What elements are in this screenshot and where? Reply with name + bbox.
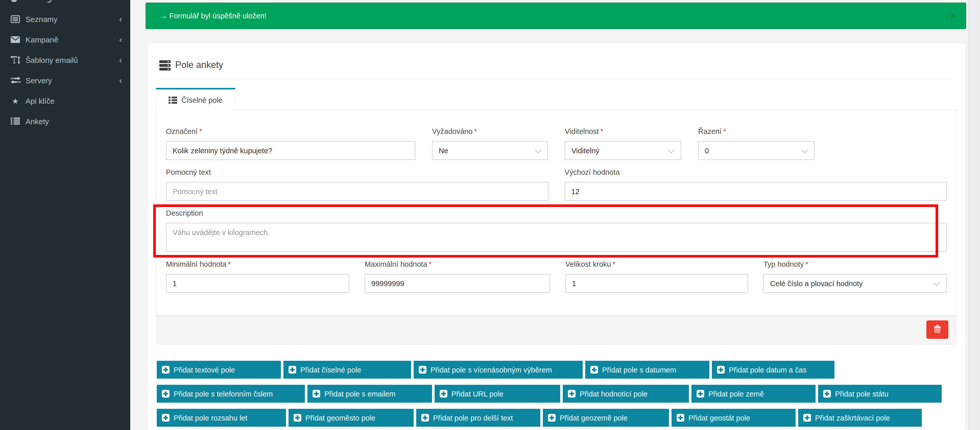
typ-hodnoty-select[interactable]: Celé číslo a plovací hodnoty bbox=[764, 274, 947, 293]
label-text: Vyžadováno bbox=[432, 127, 473, 135]
button-label: Přidat pole s datumem bbox=[602, 366, 676, 374]
minimalni-hodnota-input[interactable] bbox=[166, 274, 349, 293]
text-height-icon bbox=[10, 56, 21, 64]
button-label: Přidat geostát pole bbox=[689, 414, 750, 422]
selected-value: Ne bbox=[439, 147, 448, 154]
label-text: Maximální hodnota bbox=[364, 260, 427, 268]
maximalni-hodnota-input[interactable] bbox=[364, 274, 550, 293]
plus-square-icon bbox=[294, 414, 301, 422]
star-icon: ★ bbox=[10, 97, 21, 105]
chevron-left-icon: ‹ bbox=[119, 76, 122, 84]
add-zeme-button[interactable]: Přidat pole země bbox=[692, 385, 816, 403]
description-textarea[interactable]: Váhu uvádějte v kilogramech. bbox=[166, 223, 947, 252]
add-hodnotici-button[interactable]: Přidat hodnotící pole bbox=[563, 385, 689, 403]
plus-square-icon bbox=[162, 390, 170, 398]
required-marker: * bbox=[429, 260, 431, 268]
button-label: Přidat zaškrtávací pole bbox=[815, 414, 890, 422]
required-marker: * bbox=[199, 127, 202, 135]
survey-fields-panel: Pole ankety Číselné pole Označení* Vyžad… bbox=[148, 43, 965, 430]
sidebar-item-seznamy[interactable]: Seznamy ‹ bbox=[0, 9, 130, 29]
required-marker: * bbox=[723, 127, 726, 135]
add-geozeme-button[interactable]: Přidat geozemě pole bbox=[543, 409, 669, 427]
sidebar-item-ankety[interactable]: Ankety bbox=[0, 111, 130, 131]
label-text: Pomocný text bbox=[166, 168, 211, 176]
plus-square-icon bbox=[590, 366, 598, 374]
close-icon[interactable]: ✕ bbox=[948, 10, 959, 21]
chevron-down-icon bbox=[535, 147, 541, 153]
add-geostat-button[interactable]: Přidat geostát pole bbox=[671, 409, 795, 427]
button-label: Přidat pole státu bbox=[835, 390, 889, 398]
add-rozsah-let-button[interactable]: Přidat pole rozsahu let bbox=[157, 409, 286, 427]
typ-hodnoty-label: Typ hodnoty* bbox=[764, 260, 947, 269]
tab-ciselne-pole[interactable]: Číselné pole bbox=[156, 88, 235, 110]
button-label: Přidat pole země bbox=[708, 390, 764, 398]
scrollbar[interactable] bbox=[968, 0, 980, 430]
button-label: Přidat pole s telefonním čslem bbox=[173, 390, 273, 398]
sidebar-item-label: Servery bbox=[25, 76, 52, 84]
add-field-buttons: Přidat textové pole Přidat číselné pole … bbox=[148, 345, 965, 427]
add-textove-pole-button[interactable]: Přidat textové pole bbox=[157, 361, 281, 379]
sidebar-item-sablony-emailu[interactable]: Šablony emailů ‹ bbox=[0, 49, 130, 70]
label-text: Výchozí hodnota bbox=[565, 168, 620, 176]
sidebar-item-label: Ankety bbox=[25, 117, 49, 126]
add-statu-button[interactable]: Přidat pole státu bbox=[818, 385, 942, 403]
pomocny-text-input[interactable] bbox=[166, 182, 548, 201]
add-zaskrtavaci-button[interactable]: Přidat zaškrtávací pole bbox=[798, 409, 922, 427]
vyzadovano-select[interactable]: Ne bbox=[432, 141, 548, 160]
add-delsi-text-button[interactable]: Přidat pole pro delší text bbox=[416, 409, 540, 427]
vychozi-hodnota-input[interactable] bbox=[565, 182, 947, 201]
tab-bar: Číselné pole bbox=[156, 88, 957, 110]
envelope-icon bbox=[10, 36, 21, 43]
button-label: Přidat textové pole bbox=[173, 366, 235, 374]
sidebar-menu: Seznamy ‹ Kampaně ‹ Šablony emailů ‹ bbox=[0, 9, 130, 131]
add-datum-button[interactable]: Přidat pole s datumem bbox=[585, 361, 710, 379]
label-text: Minimální hodnota bbox=[166, 260, 226, 268]
add-geomesto-button[interactable]: Přidat geoměsto pole bbox=[288, 409, 414, 427]
plus-square-icon bbox=[823, 390, 831, 398]
sidebar-item-servery[interactable]: Servery ‹ bbox=[0, 70, 130, 91]
oznaceni-input[interactable] bbox=[166, 141, 415, 160]
viditelnost-select[interactable]: Viditelný bbox=[565, 141, 681, 160]
plus-square-icon bbox=[288, 366, 296, 374]
add-email-button[interactable]: Přidat pole s emailem bbox=[307, 385, 432, 403]
add-ciselne-pole-button[interactable]: Přidat číselné pole bbox=[283, 361, 411, 379]
vychozi-hodnota-label: Výchozí hodnota bbox=[565, 168, 947, 177]
label-text: Označení bbox=[166, 127, 197, 135]
sidebar: Seznamy ‹ Kampaně ‹ Šablony emailů ‹ bbox=[0, 0, 130, 430]
velikost-kroku-label: Velikost kroku* bbox=[565, 260, 748, 269]
velikost-kroku-input[interactable] bbox=[565, 274, 748, 293]
sidebar-item-api-klice[interactable]: ★ Api klíče bbox=[0, 91, 130, 111]
razeni-select[interactable]: 0 bbox=[698, 141, 815, 160]
sidebar-item-label: Api klíče bbox=[25, 96, 54, 105]
delete-field-button[interactable] bbox=[926, 320, 948, 339]
sidebar-item-partial[interactable] bbox=[0, 0, 130, 3]
button-label: Přidat pole datum a čas bbox=[729, 366, 807, 374]
label-text: Řazení bbox=[698, 127, 722, 135]
sidebar-item-label: Seznamy bbox=[25, 14, 57, 23]
plus-square-icon bbox=[717, 366, 725, 374]
chevron-left-icon: ‹ bbox=[119, 35, 122, 44]
sidebar-item-kampane[interactable]: Kampaně ‹ bbox=[0, 29, 130, 49]
plus-square-icon bbox=[548, 414, 555, 422]
label-text: Velikost kroku bbox=[565, 260, 611, 268]
plus-square-icon bbox=[419, 366, 426, 374]
partial-icon-fragment bbox=[11, 0, 17, 2]
chevron-down-icon bbox=[934, 280, 940, 286]
add-datum-cas-button[interactable]: Přidat pole datum a čas bbox=[712, 361, 834, 379]
label-text: Typ hodnoty bbox=[764, 260, 804, 268]
chevron-down-icon bbox=[668, 147, 675, 153]
oznaceni-label: Označení* bbox=[166, 127, 415, 136]
plus-square-icon bbox=[803, 414, 811, 422]
add-url-button[interactable]: Přidat URL pole bbox=[434, 385, 560, 403]
razeni-label: Řazení* bbox=[698, 127, 815, 136]
description-label: Description bbox=[166, 209, 947, 218]
minimalni-hodnota-label: Minimální hodnota* bbox=[166, 260, 349, 269]
add-vicenasobny-vyber-button[interactable]: Přidat pole s vícenásobným výběrem bbox=[414, 361, 583, 379]
button-label: Přidat pole rozsahu let bbox=[173, 414, 247, 422]
chevron-down-icon bbox=[801, 147, 808, 153]
pomocny-text-label: Pomocný text bbox=[166, 168, 548, 177]
button-label: Přidat číselné pole bbox=[300, 366, 361, 374]
plus-square-icon bbox=[677, 414, 684, 422]
plus-square-icon bbox=[313, 390, 320, 398]
add-telefon-button[interactable]: Přidat pole s telefonním čslem bbox=[157, 385, 305, 403]
